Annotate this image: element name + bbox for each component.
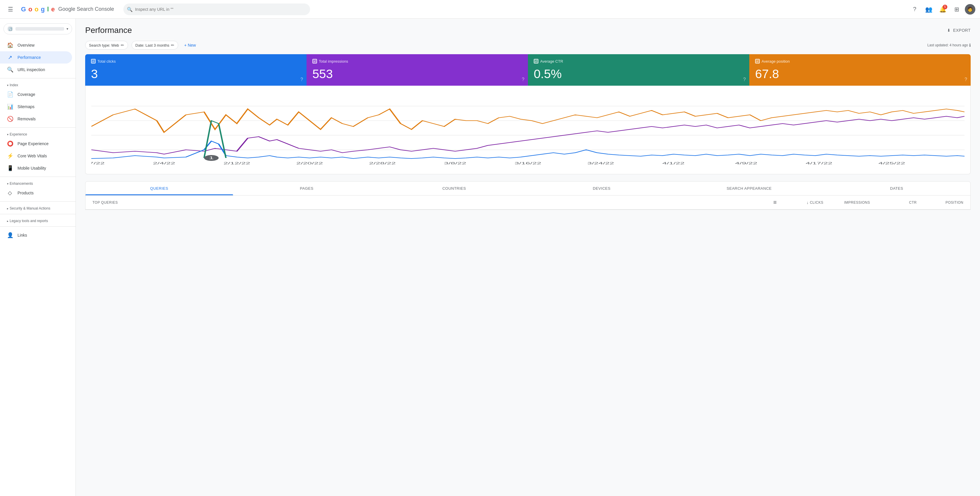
avatar-icon: 🧑 bbox=[967, 6, 973, 12]
svg-text:3/24/22: 3/24/22 bbox=[587, 162, 614, 165]
table-col-ctr: CTR bbox=[870, 201, 917, 204]
metric-checkbox-ctr[interactable] bbox=[534, 59, 538, 63]
tab-devices[interactable]: DEVICES bbox=[528, 182, 676, 195]
search-type-filter[interactable]: Search type: Web ✏ bbox=[85, 41, 128, 49]
apps-button[interactable]: ⊞ bbox=[951, 3, 963, 15]
help-icon-clicks[interactable]: ? bbox=[301, 77, 303, 82]
help-button[interactable]: ? bbox=[909, 3, 921, 15]
metric-checkbox-impressions[interactable] bbox=[312, 59, 317, 63]
divider-4 bbox=[0, 201, 76, 202]
sidebar-item-core-web-vitals-label: Core Web Vitals bbox=[18, 154, 47, 158]
sidebar-item-performance[interactable]: ↗ Performance bbox=[0, 51, 72, 63]
metric-card-ctr[interactable]: Average CTR 0.5% ? bbox=[528, 54, 749, 86]
tab-search-appearance[interactable]: SEARCH APPEARANCE bbox=[676, 182, 823, 195]
divider-1 bbox=[0, 78, 76, 78]
sidebar-section-security[interactable]: ▸ Security & Manual Actions bbox=[0, 204, 76, 212]
avatar[interactable]: 🧑 bbox=[965, 4, 975, 14]
sidebar: 🔄 ▾ 🏠 Overview ↗ Performance 🔍 URL inspe… bbox=[0, 19, 76, 496]
export-button[interactable]: ⬇ EXPORT bbox=[947, 28, 970, 33]
users-button[interactable]: 👥 bbox=[923, 3, 934, 15]
removals-icon: 🚫 bbox=[7, 116, 13, 122]
ctr-col-label: CTR bbox=[909, 201, 917, 204]
trending-up-icon: ↗ bbox=[7, 54, 13, 60]
magnify-icon: 🔍 bbox=[7, 67, 13, 73]
links-icon: 👤 bbox=[7, 232, 13, 238]
main-layout: 🔄 ▾ 🏠 Overview ↗ Performance 🔍 URL inspe… bbox=[0, 19, 980, 496]
tab-dates[interactable]: DATES bbox=[823, 182, 970, 195]
metric-value-clicks: 3 bbox=[91, 67, 301, 81]
clicks-col-label: Clicks bbox=[810, 201, 823, 204]
tab-devices-label: DEVICES bbox=[593, 186, 611, 190]
property-name bbox=[16, 27, 64, 31]
metric-checkbox-clicks[interactable] bbox=[91, 59, 95, 63]
sidebar-item-mobile-usability[interactable]: 📱 Mobile Usability bbox=[0, 162, 72, 174]
sidebar-item-mobile-usability-label: Mobile Usability bbox=[18, 166, 46, 171]
tab-queries[interactable]: QUERIES bbox=[86, 182, 233, 195]
metric-value-ctr: 0.5% bbox=[534, 67, 743, 81]
sidebar-section-enhancements[interactable]: ▾ Enhancements bbox=[0, 179, 76, 187]
sidebar-item-removals[interactable]: 🚫 Removals bbox=[0, 113, 72, 125]
sidebar-item-sitemaps[interactable]: 📊 Sitemaps bbox=[0, 101, 72, 113]
sidebar-section-experience[interactable]: ▾ Experience bbox=[0, 130, 76, 138]
sidebar-item-page-experience-label: Page Experience bbox=[18, 141, 49, 146]
plus-icon: + bbox=[184, 43, 186, 48]
metric-value-position: 67.8 bbox=[755, 67, 965, 81]
url-search-bar[interactable]: 🔍 bbox=[123, 3, 310, 15]
menu-button[interactable]: ☰ bbox=[5, 3, 16, 15]
table-col-position: Position bbox=[917, 201, 963, 204]
tab-countries-label: COUNTRIES bbox=[442, 186, 466, 190]
property-selector[interactable]: 🔄 ▾ bbox=[3, 23, 72, 34]
sidebar-item-url-inspection[interactable]: 🔍 URL inspection bbox=[0, 63, 72, 76]
sidebar-item-page-experience[interactable]: ⭕ Page Experience bbox=[0, 138, 72, 150]
metric-label-ctr: Average CTR bbox=[540, 59, 563, 63]
help-icon-ctr[interactable]: ? bbox=[743, 77, 746, 82]
tab-pages-label: PAGES bbox=[300, 186, 313, 190]
sidebar-section-legacy[interactable]: ▸ Legacy tools and reports bbox=[0, 217, 76, 224]
date-filter[interactable]: Date: Last 3 months ✏ bbox=[132, 41, 178, 49]
tab-countries[interactable]: COUNTRIES bbox=[380, 182, 528, 195]
sidebar-section-index-label: Index bbox=[10, 83, 18, 87]
help-icon-position[interactable]: ? bbox=[964, 77, 967, 82]
sidebar-item-overview[interactable]: 🏠 Overview bbox=[0, 39, 72, 51]
sidebar-item-performance-label: Performance bbox=[18, 55, 41, 60]
metric-card-position[interactable]: Average position 67.8 ? bbox=[749, 54, 970, 86]
filter-icon-button[interactable]: ≡ bbox=[773, 199, 777, 206]
sidebar-item-core-web-vitals[interactable]: ⚡ Core Web Vitals bbox=[0, 150, 72, 162]
metric-checkbox-position[interactable] bbox=[755, 59, 760, 63]
sidebar-item-products[interactable]: ◇ Products bbox=[0, 187, 72, 199]
sidebar-section-enhancements-label: Enhancements bbox=[10, 182, 33, 185]
notifications-button[interactable]: 🔔 5 bbox=[937, 3, 948, 15]
main-content: Performance ⬇ EXPORT Search type: Web ✏ … bbox=[76, 19, 980, 496]
edit-icon: ✏ bbox=[121, 43, 124, 48]
grid-icon: ⊞ bbox=[955, 6, 959, 13]
sidebar-section-index[interactable]: ▾ Index bbox=[0, 81, 76, 88]
sidebar-section-security-label: Security & Manual Actions bbox=[10, 206, 50, 211]
sidebar-item-products-label: Products bbox=[18, 190, 33, 195]
metric-label-position: Average position bbox=[762, 59, 790, 63]
logo: Google Google Search Console bbox=[21, 6, 114, 13]
metric-card-impressions[interactable]: Total impressions 553 ? bbox=[307, 54, 528, 86]
sidebar-item-coverage-label: Coverage bbox=[18, 92, 35, 97]
page-experience-icon: ⭕ bbox=[7, 141, 13, 147]
app-title: Google Search Console bbox=[58, 6, 114, 12]
metric-cards: Total clicks 3 ? Total impressions 553 ? bbox=[85, 54, 970, 86]
sidebar-item-links-label: Links bbox=[18, 233, 27, 238]
tabs-container: QUERIES PAGES COUNTRIES DEVICES SEARCH A… bbox=[85, 181, 970, 210]
mobile-usability-icon: 📱 bbox=[7, 165, 13, 171]
sidebar-item-links[interactable]: 👤 Links bbox=[0, 229, 72, 241]
chevron-down-icon: ▾ bbox=[7, 182, 8, 185]
tab-pages[interactable]: PAGES bbox=[233, 182, 381, 195]
topbar-actions: ? 👥 🔔 5 ⊞ 🧑 bbox=[909, 3, 975, 15]
home-icon: 🏠 bbox=[7, 42, 13, 48]
svg-text:4/1/22: 4/1/22 bbox=[662, 162, 684, 165]
metric-card-impressions-header: Total impressions bbox=[312, 59, 522, 63]
search-type-label: Search type: Web bbox=[89, 43, 119, 48]
metric-card-clicks[interactable]: Total clicks 3 ? bbox=[85, 54, 307, 86]
add-filter-button[interactable]: + New bbox=[182, 41, 198, 49]
sidebar-item-coverage[interactable]: 📄 Coverage bbox=[0, 88, 72, 101]
help-icon-impressions[interactable]: ? bbox=[522, 77, 524, 82]
metric-card-position-header: Average position bbox=[755, 59, 965, 63]
notification-badge: 5 bbox=[943, 5, 947, 10]
tab-dates-label: DATES bbox=[890, 186, 903, 190]
search-input[interactable] bbox=[123, 3, 310, 15]
